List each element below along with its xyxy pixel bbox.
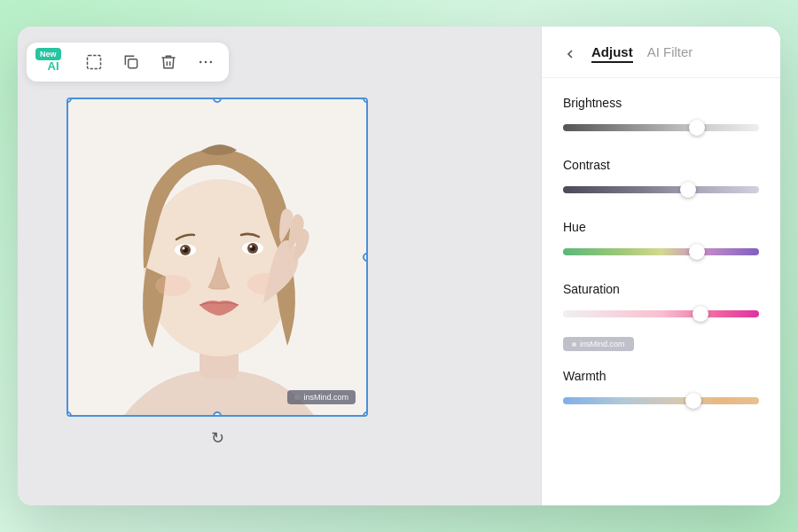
warmth-adjustment: Warmth xyxy=(542,358,780,420)
right-panel: Adjust AI Filter Brightness Contrast xyxy=(541,27,780,505)
hue-label: Hue xyxy=(563,220,759,234)
contrast-slider[interactable] xyxy=(563,186,759,193)
tab-ai-filter[interactable]: AI Filter xyxy=(647,44,693,63)
brightness-slider-container xyxy=(563,119,759,137)
contrast-label: Contrast xyxy=(563,158,759,172)
hue-adjustment: Hue xyxy=(542,209,780,271)
brightness-adjustment: Brightness xyxy=(542,85,780,147)
contrast-adjustment: Contrast xyxy=(542,147,780,209)
new-badge: New xyxy=(35,48,61,60)
panel-tabs: Adjust AI Filter xyxy=(591,44,692,63)
handle-bottom-right[interactable] xyxy=(363,411,368,417)
watermark-icon xyxy=(294,395,300,400)
panel-watermark: insMind.com xyxy=(563,337,634,351)
image-canvas: insMind.com xyxy=(66,98,368,417)
panel-header: Adjust AI Filter xyxy=(542,27,780,78)
svg-point-2 xyxy=(200,61,202,64)
warmth-slider-container xyxy=(563,392,759,410)
panel-watermark-icon xyxy=(572,342,576,347)
saturation-slider-container xyxy=(563,305,759,323)
ai-button[interactable]: New AI xyxy=(37,50,69,74)
svg-rect-1 xyxy=(129,59,137,68)
duplicate-tool[interactable] xyxy=(119,50,144,74)
rotate-handle[interactable]: ↻ xyxy=(205,426,230,450)
more-tool[interactable] xyxy=(193,50,218,74)
hue-slider[interactable] xyxy=(563,248,759,255)
watermark-text: insMind.com xyxy=(303,393,348,402)
svg-rect-0 xyxy=(88,56,101,69)
handle-bottom-center[interactable] xyxy=(213,411,222,417)
svg-point-3 xyxy=(205,61,207,64)
subject-image xyxy=(68,99,368,417)
contrast-slider-container xyxy=(563,181,759,199)
brightness-label: Brightness xyxy=(563,96,759,110)
svg-point-16 xyxy=(250,246,253,248)
brightness-slider[interactable] xyxy=(563,124,759,131)
svg-point-12 xyxy=(183,247,185,250)
canvas-area: New AI xyxy=(18,27,541,505)
adjustments-list: Brightness Contrast Hue xyxy=(542,78,780,427)
delete-tool[interactable] xyxy=(156,50,181,74)
app-window: New AI xyxy=(18,27,780,505)
selection-tool[interactable] xyxy=(82,50,106,74)
toolbar: New AI xyxy=(27,43,229,82)
panel-watermark-text: insMind.com xyxy=(580,340,625,348)
saturation-label: Saturation xyxy=(563,282,759,296)
handle-middle-right[interactable] xyxy=(363,253,368,262)
back-button[interactable] xyxy=(563,47,577,61)
warmth-slider[interactable] xyxy=(563,397,759,404)
image-watermark: insMind.com xyxy=(287,390,356,404)
svg-point-17 xyxy=(155,275,191,296)
saturation-adjustment: Saturation xyxy=(542,271,780,333)
saturation-slider[interactable] xyxy=(563,310,759,317)
svg-point-4 xyxy=(210,61,213,64)
ai-label: AI xyxy=(48,59,59,73)
hue-slider-container xyxy=(563,243,759,261)
warmth-label: Warmth xyxy=(563,369,759,383)
tab-adjust[interactable]: Adjust xyxy=(591,44,633,63)
